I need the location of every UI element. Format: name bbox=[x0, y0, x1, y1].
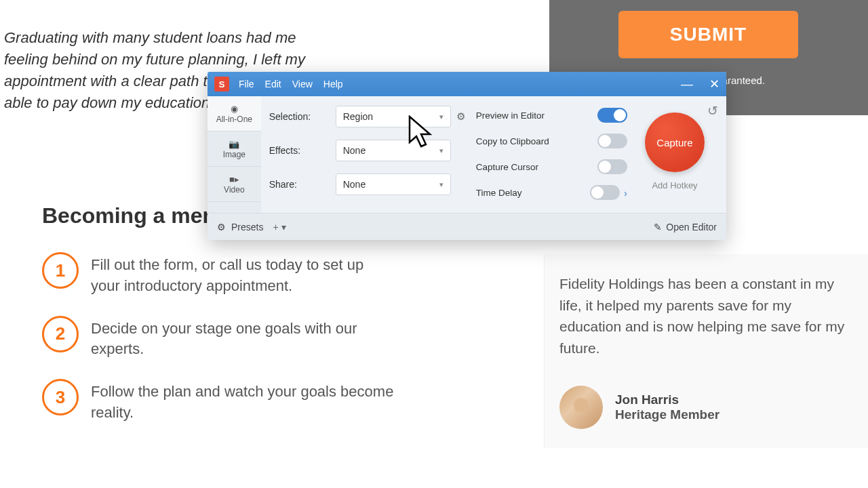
titlebar[interactable]: S File Edit View Help — ✕ bbox=[208, 72, 726, 96]
mode-label: Video bbox=[224, 185, 244, 195]
app-icon: S bbox=[214, 77, 229, 92]
guaranteed-text: aranteed. bbox=[722, 75, 765, 86]
mode-image[interactable]: 📷 Image bbox=[208, 131, 261, 167]
chevron-right-icon[interactable]: › bbox=[624, 187, 627, 199]
mode-all-in-one[interactable]: ◉ All-in-One bbox=[208, 96, 261, 131]
undo-icon[interactable]: ↺ bbox=[707, 103, 718, 119]
selection-dropdown[interactable]: Region bbox=[336, 106, 451, 127]
preview-label: Preview in Editor bbox=[476, 110, 545, 121]
presets-label: Presets bbox=[231, 222, 263, 232]
close-icon[interactable]: ✕ bbox=[709, 77, 719, 92]
cursor-toggle[interactable] bbox=[597, 159, 627, 174]
step-number: 2 bbox=[42, 316, 79, 352]
toggles-column: Preview in Editor Copy to Clipboard Capt… bbox=[476, 96, 633, 213]
testimonial-body: Fidelity Holdings has been a constant in… bbox=[559, 273, 854, 359]
settings-column: Selection: Region ⚙ Effects: None Share:… bbox=[261, 96, 476, 213]
capture-button[interactable]: Capture bbox=[645, 113, 705, 172]
gear-icon[interactable]: ⚙ bbox=[456, 110, 465, 123]
section-heading: Becoming a mem bbox=[42, 203, 222, 228]
step-text: Decide on your stage one goals with our … bbox=[91, 316, 395, 361]
camera-icon: 📷 bbox=[229, 139, 239, 149]
capture-column: ↺ Capture Add Hotkey bbox=[633, 96, 726, 213]
add-preset-icon[interactable]: + ▾ bbox=[273, 222, 285, 232]
mode-video[interactable]: ■▸ Video bbox=[208, 167, 261, 202]
target-icon: ◉ bbox=[231, 104, 238, 114]
menu-file[interactable]: File bbox=[239, 79, 254, 89]
step-text: Follow the plan and watch your goals bec… bbox=[91, 379, 395, 424]
testimonial-author: Jon Harris Heritage Member bbox=[559, 386, 854, 429]
author-name: Jon Harris bbox=[615, 392, 719, 407]
menu-view[interactable]: View bbox=[292, 79, 313, 89]
step-item: 3 Follow the plan and watch your goals b… bbox=[42, 379, 395, 424]
testimonial-card: Fidelity Holdings has been a constant in… bbox=[544, 254, 868, 448]
clipboard-label: Copy to Clipboard bbox=[476, 136, 549, 146]
share-label: Share: bbox=[269, 179, 336, 190]
add-hotkey-link[interactable]: Add Hotkey bbox=[652, 180, 697, 190]
mode-label: All-in-One bbox=[216, 115, 252, 124]
step-item: 1 Fill out the form, or call us today to… bbox=[42, 252, 395, 297]
effects-label: Effects: bbox=[269, 145, 336, 156]
submit-button[interactable]: SUBMIT bbox=[618, 11, 798, 58]
presets-button[interactable]: ⚙ Presets + ▾ bbox=[217, 222, 286, 232]
gear-icon: ⚙ bbox=[217, 222, 226, 232]
delay-label: Time Delay bbox=[476, 188, 522, 198]
snagit-window: S File Edit View Help — ✕ ◉ All-in-One 📷… bbox=[208, 72, 726, 240]
menu-help[interactable]: Help bbox=[323, 79, 343, 89]
mode-label: Image bbox=[223, 150, 245, 159]
open-editor-button[interactable]: ✎ Open Editor bbox=[654, 222, 717, 232]
preview-toggle[interactable] bbox=[597, 108, 627, 123]
delay-toggle[interactable] bbox=[590, 185, 620, 200]
cursor-label: Capture Cursor bbox=[476, 162, 538, 172]
open-editor-label: Open Editor bbox=[666, 222, 717, 232]
minimize-icon[interactable]: — bbox=[681, 77, 693, 92]
snagit-footer: ⚙ Presets + ▾ ✎ Open Editor bbox=[208, 213, 726, 240]
steps-list: 1 Fill out the form, or call us today to… bbox=[42, 252, 395, 443]
author-role: Heritage Member bbox=[615, 407, 719, 422]
clipboard-toggle[interactable] bbox=[597, 134, 627, 148]
video-icon: ■▸ bbox=[229, 174, 239, 184]
avatar bbox=[559, 386, 603, 429]
share-dropdown[interactable]: None bbox=[336, 174, 451, 195]
step-item: 2 Decide on your stage one goals with ou… bbox=[42, 316, 395, 361]
step-text: Fill out the form, or call us today to s… bbox=[91, 252, 395, 297]
step-number: 1 bbox=[42, 252, 79, 289]
mode-column: ◉ All-in-One 📷 Image ■▸ Video bbox=[208, 96, 261, 213]
effects-dropdown[interactable]: None bbox=[336, 140, 451, 161]
menu-edit[interactable]: Edit bbox=[265, 79, 281, 89]
selection-label: Selection: bbox=[269, 111, 336, 122]
edit-icon: ✎ bbox=[654, 222, 662, 232]
step-number: 3 bbox=[42, 379, 79, 415]
